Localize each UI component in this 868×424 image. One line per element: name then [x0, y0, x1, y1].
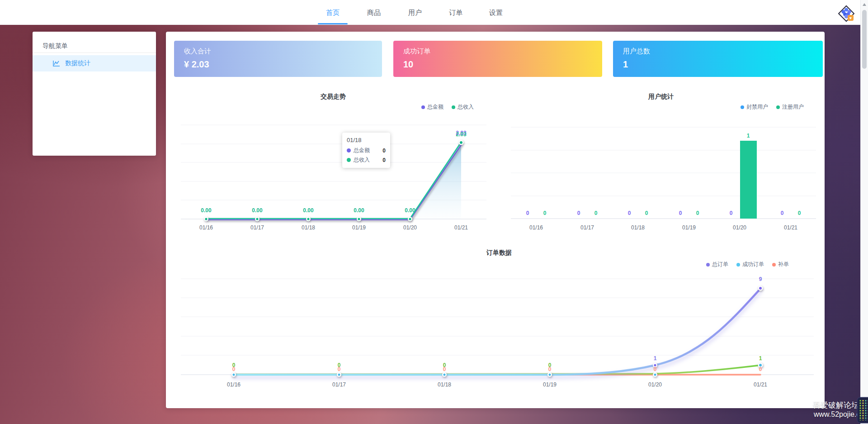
x-tick: 01/18	[302, 224, 315, 231]
success-order-line	[234, 365, 760, 374]
x-tick: 01/21	[784, 224, 797, 231]
site-logo-icon[interactable]: ♥	[836, 4, 856, 24]
x-tick: 01/20	[648, 381, 662, 388]
x-tick: 01/18	[438, 381, 451, 388]
tooltip-date: 01/18	[347, 137, 386, 143]
scroll-up-arrow-icon[interactable]	[863, 3, 866, 6]
user-chart-canvas	[497, 113, 825, 235]
x-tick: 01/21	[454, 224, 468, 231]
registered-label: 0	[645, 210, 648, 216]
refund-zero-label: 0	[654, 366, 657, 372]
chart-title: 交易走势	[174, 93, 493, 101]
tab-orders[interactable]: 订单	[449, 9, 462, 17]
gridlines	[511, 127, 816, 196]
active-tab-underline	[318, 23, 348, 24]
legend-label: 总订单	[712, 261, 728, 268]
sidebar-item-statistics[interactable]: 数据统计	[33, 55, 156, 71]
stat-card-revenue: 收入合计 ¥ 2.03	[174, 41, 382, 77]
refund-zero-label: 0	[759, 366, 762, 372]
line-chart-icon	[52, 59, 61, 67]
x-tick: 01/18	[631, 224, 645, 231]
x-tick: 01/17	[580, 224, 594, 231]
refund-zero-label: 0	[232, 366, 236, 372]
legend-item[interactable]: 总金额	[421, 103, 443, 111]
sidebar-divider	[33, 52, 156, 53]
scrollbar[interactable]	[860, 0, 868, 424]
order-data-chart[interactable]: 订单数据 总订单 成功订单 补单	[174, 244, 825, 394]
legend-dot	[776, 105, 780, 109]
tooltip-row: 总金额 0	[347, 147, 386, 154]
banned-label: 0	[730, 210, 733, 216]
registered-label: 0	[798, 210, 801, 216]
scrollbar-thumb[interactable]	[862, 10, 867, 69]
peak-label-income: 2.03	[456, 131, 466, 138]
x-tick: 01/20	[733, 224, 746, 231]
data-points	[231, 286, 763, 377]
legend-item[interactable]: 总订单	[706, 261, 728, 268]
sidebar: 导航菜单 数据统计	[33, 32, 156, 156]
tooltip-label: 总收入	[354, 156, 370, 164]
x-tick: 01/19	[352, 224, 366, 231]
total-order-line	[234, 289, 760, 375]
tooltip-value: 0	[382, 148, 386, 154]
legend-dot	[741, 105, 744, 109]
legend-item[interactable]: 总收入	[452, 103, 474, 111]
stat-card-value: 1	[623, 59, 628, 70]
tab-settings[interactable]: 设置	[489, 9, 503, 17]
legend-label: 注册用户	[782, 103, 804, 111]
x-tick: 01/16	[529, 224, 543, 231]
tooltip-row: 总收入 0	[347, 156, 386, 164]
stat-card-title: 用户总数	[623, 47, 650, 56]
banned-label: 0	[526, 210, 529, 216]
x-tick: 01/16	[227, 381, 241, 388]
x-tick: 01/16	[199, 224, 213, 231]
52pojie-badge-icon	[856, 396, 868, 424]
sidebar-item-label: 数据统计	[65, 59, 90, 67]
total-order-label: 1	[654, 355, 657, 362]
sidebar-title: 导航菜单	[42, 42, 68, 50]
legend-label: 封禁用户	[746, 103, 768, 111]
chart-title: 用户统计	[497, 93, 825, 101]
user-stats-chart[interactable]: 用户统计 封禁用户 注册用户 0 0 0 0 0 0 0 0 0 1 0 0 0…	[497, 88, 825, 238]
registered-users-bar[interactable]	[740, 141, 757, 219]
legend-dot	[736, 263, 740, 267]
banned-label: 0	[577, 210, 580, 216]
legend-item[interactable]: 成功订单	[736, 261, 764, 268]
order-chart-canvas	[174, 272, 825, 394]
legend-dot	[421, 105, 425, 109]
x-tick: 01/17	[250, 224, 264, 231]
legend-item[interactable]: 封禁用户	[741, 103, 768, 111]
point-label: 0.00	[303, 207, 313, 214]
x-tick: 01/17	[332, 381, 346, 388]
trade-trend-chart[interactable]: 交易走势 总金额 总收入	[174, 88, 493, 238]
x-tick: 01/20	[403, 224, 417, 231]
stat-card-total-users: 用户总数 1	[613, 41, 823, 77]
legend-label: 成功订单	[742, 261, 764, 268]
refund-zero-label: 0	[338, 366, 341, 372]
stat-card-title: 成功订单	[403, 47, 430, 56]
legend-item[interactable]: 注册用户	[776, 103, 804, 111]
legend-item[interactable]: 补单	[772, 261, 789, 268]
top-nav: 首页 商品 用户 订单 设置 ♥	[0, 0, 868, 25]
stat-card-value: ¥ 2.03	[184, 59, 209, 70]
banned-label: 0	[781, 210, 784, 216]
tooltip-value: 0	[382, 157, 386, 163]
registered-label: 0	[594, 210, 598, 216]
tooltip-label: 总金额	[354, 147, 370, 154]
chart-legend: 总订单 成功订单 补单	[706, 261, 789, 268]
banned-label: 0	[628, 210, 631, 216]
total-order-label: 9	[759, 276, 762, 282]
legend-dot	[452, 105, 455, 109]
registered-label: 0	[543, 210, 547, 216]
legend-dot	[772, 263, 776, 267]
tab-home[interactable]: 首页	[326, 9, 340, 17]
point-label: 0.00	[405, 207, 415, 214]
watermark-forum-name: 吾爱破解论坛	[813, 400, 859, 410]
chart-title: 订单数据	[174, 249, 825, 257]
registered-label: 0	[696, 210, 699, 216]
tab-products[interactable]: 商品	[367, 9, 381, 17]
point-label: 0.00	[354, 207, 364, 214]
tooltip-dot	[347, 148, 351, 152]
tab-users[interactable]: 用户	[408, 9, 422, 17]
point-label: 0.00	[252, 207, 262, 214]
